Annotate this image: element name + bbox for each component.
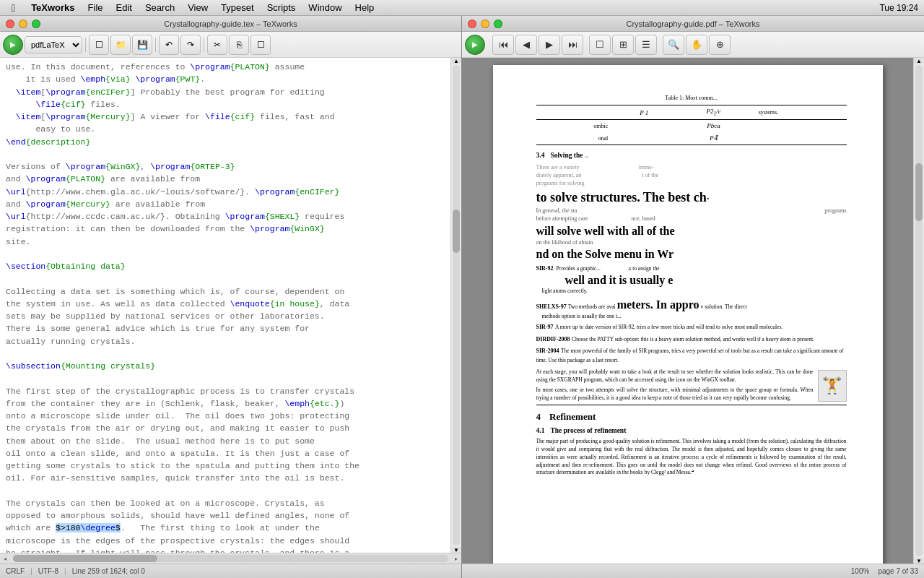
app-name[interactable]: TeXworks — [25, 0, 80, 16]
menu-help[interactable]: Help — [349, 0, 380, 16]
pdf-vscrollbar[interactable]: ▲ ▼ — [913, 58, 924, 564]
pdf-zoom-level: 100% — [851, 567, 870, 575]
open-button[interactable]: 📁 — [110, 35, 131, 55]
run-icon: ▶ — [10, 40, 16, 48]
close-button[interactable] — [6, 20, 14, 28]
menu-typeset[interactable]: Typeset — [215, 0, 260, 16]
undo-button[interactable]: ↶ — [159, 35, 179, 55]
hscroll-right-arrow[interactable]: ▸ — [451, 553, 461, 564]
table-cell: onal — [536, 132, 614, 144]
cursor-position: Line 259 of 1624; col 0 — [72, 567, 145, 575]
dirdif-def: Choose the PATTY sub-option: this is a h… — [572, 336, 814, 342]
para-intro: There are a variety imme- diately appare… — [536, 163, 847, 188]
pdf-prev-page-button[interactable]: ◀ — [515, 35, 537, 55]
first-page-icon: ⏮ — [499, 39, 508, 50]
editor-hscrollbar[interactable]: ◂ ▸ — [0, 553, 461, 564]
undo-icon: ↶ — [165, 40, 173, 50]
menu-window[interactable]: Window — [302, 0, 347, 16]
redo-icon: ↷ — [187, 40, 194, 50]
editor-title: Crystallography-guide.tex – TeXworks — [164, 20, 297, 28]
pdf-run-button[interactable]: ▶ — [465, 35, 485, 55]
table-caption: Table 1: Most comm... — [536, 94, 847, 102]
zoom-icon: 🔍 — [668, 39, 679, 50]
pdf-search-zoom-button[interactable]: ⊕ — [709, 35, 731, 55]
hscroll-track[interactable] — [13, 555, 448, 562]
cut-button[interactable]: ✂ — [207, 35, 227, 55]
editor-vscrollbar[interactable]: ▲ ▼ — [450, 58, 461, 553]
shelxs-def-2: v solution. The direct — [701, 303, 747, 310]
shelxs-term: SHELXS-97 — [536, 303, 567, 310]
sir92-def: Provides a graphic... .s to assign the — [557, 265, 660, 272]
sxgraph-icon: 🏋 — [818, 370, 847, 402]
editor-text[interactable]: use. In this document, references to \pr… — [0, 58, 450, 553]
section-4-title: Refinement — [549, 410, 596, 423]
hscroll-thumb[interactable] — [13, 555, 157, 562]
pdf-scrollbar-thumb[interactable] — [915, 163, 923, 221]
pdf-next-page-button[interactable]: ▶ — [539, 35, 560, 55]
pdf-hand-button[interactable]: ✋ — [686, 35, 707, 55]
large-overlay-text: to solve structures. The best chᵒ — [536, 189, 847, 206]
last-page-icon: ⏭ — [568, 39, 578, 50]
section-41-heading: 4.1 The process of refinement — [536, 426, 847, 436]
section-34-num: 3.4 — [536, 151, 545, 160]
menu-view[interactable]: View — [182, 0, 214, 16]
menu-file[interactable]: File — [82, 0, 109, 16]
menu-search[interactable]: Search — [139, 0, 180, 16]
section-4-heading: 4 Refinement — [536, 410, 847, 423]
pdf-zoom-button[interactable]: 🔍 — [663, 35, 684, 55]
attempts-para: In most cases, one or two attempts will … — [536, 387, 814, 402]
pdf-window-controls — [468, 20, 502, 28]
paste-button[interactable]: ☐ — [250, 35, 271, 55]
copy-button[interactable]: ⎘ — [229, 35, 249, 55]
pdf-title: Crystallography-guide.pdf – TeXworks — [626, 20, 759, 28]
menu-edit[interactable]: Edit — [110, 0, 138, 16]
pdf-page-scroll-button[interactable]: ☰ — [635, 35, 657, 55]
redo-button[interactable]: ↷ — [180, 35, 201, 55]
section-41-title: The process of refinement — [550, 426, 626, 436]
menu-scripts[interactable]: Scripts — [261, 0, 302, 16]
table-cell: Pbca — [674, 120, 752, 132]
page-double-icon: ⊞ — [619, 39, 627, 50]
toolbar-sep-3 — [204, 38, 204, 52]
editor-window-controls — [6, 20, 40, 28]
table-cell — [536, 105, 614, 120]
save-icon: 💾 — [137, 40, 148, 50]
pdf-page-double-button[interactable]: ⊞ — [612, 35, 634, 55]
pdf-maximize-button[interactable] — [494, 20, 502, 28]
new-button[interactable]: ☐ — [89, 35, 109, 55]
pdf-minimize-button[interactable] — [481, 20, 489, 28]
large-overlay-text-3: nd on the Solve menu in Wr — [536, 247, 847, 262]
charset: UTF-8 — [38, 567, 58, 575]
engine-select[interactable]: pdfLaTeX — [25, 36, 82, 53]
sxgraph-para: At each stage, you will probably want to… — [536, 368, 814, 384]
pdf-table: P 1 P21/c systems. ombic Pbca — [536, 105, 847, 144]
pdf-scroll-area[interactable]: Table 1: Most comm... P 1 P21/c systems. — [462, 58, 913, 564]
pdf-last-page-button[interactable]: ⏭ — [562, 35, 583, 55]
minimize-button[interactable] — [19, 20, 27, 28]
shelxs-def-3: methods option is usually the one t... — [542, 313, 847, 321]
run-button[interactable]: ▶ — [3, 35, 23, 55]
hand-icon: ✋ — [691, 39, 702, 50]
pdf-toolbar: ▶ ⏮ ◀ ▶ ⏭ ☐ ⊞ ☰ 🔍 ✋ ⊕ — [462, 32, 924, 58]
apple-menu[interactable]:  — [6, 0, 21, 16]
pdf-first-page-button[interactable]: ⏮ — [492, 35, 514, 55]
section-41-num: 4.1 — [536, 426, 545, 436]
open-icon: 📁 — [116, 40, 126, 50]
paste-icon: ☐ — [257, 40, 265, 50]
section-4-num: 4 — [536, 410, 541, 423]
table-cell: ombic — [536, 120, 614, 132]
pdf-close-button[interactable] — [468, 20, 476, 28]
pdf-page: Table 1: Most comm... P 1 P21/c systems. — [493, 65, 883, 564]
hscroll-left-arrow[interactable]: ◂ — [0, 553, 10, 564]
next-page-icon: ▶ — [546, 39, 553, 50]
save-button[interactable]: 💾 — [132, 35, 152, 55]
sir2004-entry: SIR-2004 The most powerful of the family… — [536, 346, 847, 366]
sir2004-def: The most powerful of the family of SIR p… — [536, 348, 844, 363]
large-overlay-text-2: will solve well with all of the — [536, 224, 847, 239]
maximize-button[interactable] — [32, 20, 40, 28]
pdf-page-single-button[interactable]: ☐ — [589, 35, 611, 55]
line-ending: CRLF — [6, 567, 25, 575]
main-area: Crystallography-guide.tex – TeXworks ▶ p… — [0, 16, 924, 578]
toolbar-sep-2 — [155, 38, 156, 52]
refinement-para: The major part of producing a good-quali… — [536, 438, 847, 477]
